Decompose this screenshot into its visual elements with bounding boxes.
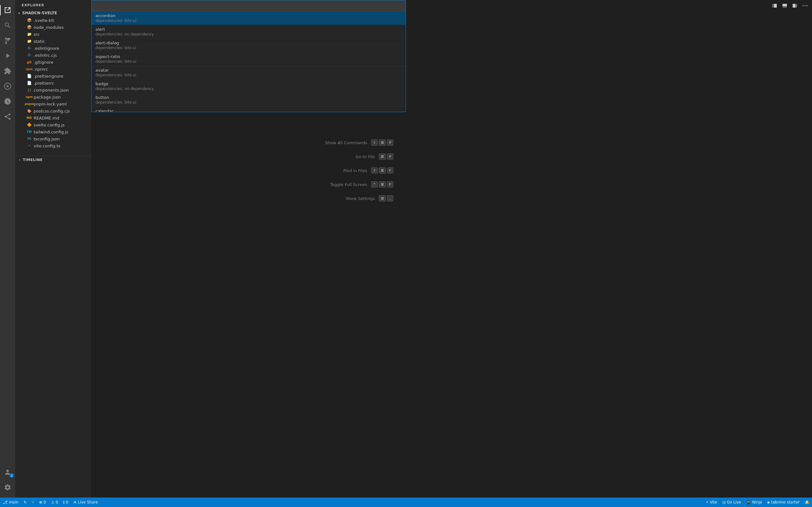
hint-panel: Show All Commands ⇧ ⌘ P Go to File ⌘ P F… xyxy=(184,133,406,216)
key-cmd: ⌘ xyxy=(379,153,386,160)
hint-label: Show Settings xyxy=(345,196,375,201)
folder-name: src xyxy=(34,32,40,37)
result-title: alert xyxy=(96,27,402,32)
result-title: calendar xyxy=(96,109,402,112)
command-palette-input[interactable] xyxy=(95,3,403,8)
file-npmrc[interactable]: › npm .npmrc xyxy=(15,66,91,72)
folder-name: .svelte-kit xyxy=(34,18,54,23)
result-title: avatar xyxy=(96,68,402,72)
folder-icon: 📁 xyxy=(27,32,32,37)
file-icon: npm xyxy=(27,66,32,72)
file-eslintrc[interactable]: › ⚙ .eslintrc.cjs xyxy=(15,52,91,59)
hint-show-settings: Show Settings ⌘ , xyxy=(197,195,393,202)
hint-toggle-full-screen: Toggle Full Screen ^ ⌘ F xyxy=(197,181,393,187)
result-desc: dependencies: bits-ui xyxy=(96,100,402,105)
activity-icon-extensions[interactable] xyxy=(0,63,15,78)
key-shift: ⇧ xyxy=(371,167,378,174)
file-icon: {} xyxy=(27,88,32,93)
activity-icon-source-control[interactable] xyxy=(0,33,15,48)
kbd-group: ⇧ ⌘ F xyxy=(371,167,393,174)
activity-icon-run-debug[interactable] xyxy=(0,48,15,63)
file-readme[interactable]: › MD README.md xyxy=(15,114,91,121)
timeline-section-header[interactable]: › TIMELINE xyxy=(15,156,91,164)
activity-icon-search[interactable] xyxy=(0,18,15,33)
result-desc: dependencies: bits-ui xyxy=(96,59,402,64)
file-tsconfig[interactable]: › TS tsconfig.json xyxy=(15,135,91,142)
hint-find-in-files: Find in Files ⇧ ⌘ F xyxy=(197,167,393,174)
hint-show-all-commands: Show All Commands ⇧ ⌘ P xyxy=(197,139,393,146)
file-name: .prettierrc xyxy=(34,81,54,86)
file-postcss[interactable]: › 🎨 postcss.config.cjs xyxy=(15,107,91,114)
key-cmd: ⌘ xyxy=(379,195,386,202)
quick-input-field xyxy=(92,0,406,11)
result-desc: dependencies: no dependency xyxy=(96,87,402,91)
key-cmd: ⌘ xyxy=(379,181,386,187)
folder-icon: 📦 xyxy=(27,18,32,23)
activity-icon-remote[interactable] xyxy=(0,78,15,94)
result-aspect-ratio[interactable]: aspect-ratio dependencies: bits-ui xyxy=(92,52,406,66)
file-prettierignore[interactable]: › 📄 .prettierignore xyxy=(15,72,91,79)
project-root-header[interactable]: ▾ SHADCN-SVELTE xyxy=(15,9,91,17)
project-name: SHADCN-SVELTE xyxy=(22,11,57,15)
activity-icon-explorer[interactable] xyxy=(0,3,15,18)
chevron-right-icon: › xyxy=(17,157,22,162)
file-vite-config[interactable]: › ⚡ vite.config.ts xyxy=(15,142,91,149)
chevron-right-icon: › xyxy=(21,39,27,44)
result-desc: dependencies: bits-ui xyxy=(96,73,402,77)
file-icon: ⚡ xyxy=(27,143,32,148)
file-name: .eslintignore xyxy=(34,46,59,51)
folder-icon: 📁 xyxy=(27,39,32,44)
file-tailwind-config[interactable]: › TW tailwind.config.js xyxy=(15,128,91,135)
folder-static[interactable]: › 📁 static xyxy=(15,38,91,45)
result-calendar[interactable]: calendar xyxy=(92,107,406,112)
hint-label: Toggle Full Screen xyxy=(330,182,367,187)
chevron-right-icon: › xyxy=(21,25,27,30)
key-f: F xyxy=(387,181,393,187)
file-icon: 📄 xyxy=(27,80,32,86)
file-pnpm-lock[interactable]: › pnpm pnpm-lock.yaml xyxy=(15,101,91,107)
activity-icon-liveshare[interactable] xyxy=(0,109,15,124)
chevron-right-icon: › xyxy=(21,18,27,23)
file-name: .eslintrc.cjs xyxy=(34,53,57,58)
file-icon: MD xyxy=(27,115,32,120)
kbd-group: ⌘ , xyxy=(379,195,393,202)
hint-go-to-file: Go to File ⌘ P xyxy=(197,153,393,160)
folder-src[interactable]: › 📁 src xyxy=(15,31,91,38)
folder-node-modules[interactable]: › 📦 node_modules xyxy=(15,24,91,31)
file-prettierrc[interactable]: › 📄 .prettierrc xyxy=(15,79,91,87)
result-title: alert-dialog xyxy=(96,41,402,45)
result-button[interactable]: button dependencies: bits-ui xyxy=(92,93,406,107)
file-eslintignore[interactable]: › ⚙ .eslintignore xyxy=(15,45,91,52)
result-alert-dialog[interactable]: alert-dialog dependencies: bits-ui xyxy=(92,39,406,52)
file-gitignore[interactable]: › git .gitignore xyxy=(15,59,91,66)
file-icon: TS xyxy=(27,136,32,141)
file-name: svelte.config.js xyxy=(34,123,65,127)
result-avatar[interactable]: avatar dependencies: bits-ui xyxy=(92,66,406,79)
result-desc: dependencies: no dependency xyxy=(96,32,402,37)
folder-svelte-kit[interactable]: › 📦 .svelte-kit xyxy=(15,17,91,24)
result-alert[interactable]: alert dependencies: no dependency xyxy=(92,25,406,39)
activity-icon-timeline[interactable] xyxy=(0,94,15,109)
key-f: F xyxy=(387,167,393,174)
file-icon: ⚙ xyxy=(27,46,32,51)
result-desc: dependencies: bits-ui xyxy=(96,18,402,23)
result-title: badge xyxy=(96,81,402,86)
file-package-json[interactable]: › npm package.json xyxy=(15,94,91,101)
folder-name: static xyxy=(34,39,45,44)
file-components-json[interactable]: › {} components.json xyxy=(15,87,91,94)
result-badge[interactable]: badge dependencies: no dependency xyxy=(92,79,406,93)
folder-icon: 📦 xyxy=(27,25,32,30)
file-icon: git xyxy=(27,60,32,65)
file-name: .npmrc xyxy=(34,67,48,72)
file-svelte-config[interactable]: › 🔶 svelte.config.js xyxy=(15,121,91,128)
result-accordion[interactable]: accordion dependencies: bits-ui xyxy=(92,11,406,25)
file-icon: npm xyxy=(27,95,32,100)
timeline-label: TIMELINE xyxy=(23,158,43,162)
file-name: vite.config.ts xyxy=(34,144,60,148)
key-shift: ⇧ xyxy=(371,139,378,146)
sidebar: EXPLORER ▾ SHADCN-SVELTE › 📦 .svelte-kit… xyxy=(15,0,91,253)
result-title: aspect-ratio xyxy=(96,54,402,59)
result-title: accordion xyxy=(96,13,402,18)
quick-input-container: accordion dependencies: bits-ui alert de… xyxy=(91,0,406,112)
main-content: accordion dependencies: bits-ui alert de… xyxy=(91,0,406,244)
